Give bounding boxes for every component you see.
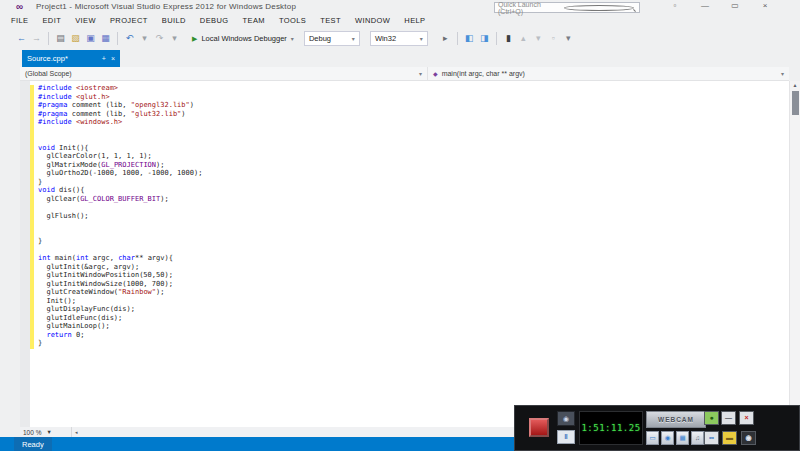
redo-caret-icon[interactable]: ▾ <box>167 31 182 46</box>
chevron-down-icon: ▾ <box>419 70 422 77</box>
toolbar: ←→▤▧▣▦↶▾↷▾ ▶ Local Windows Debugger ▾ De… <box>0 27 800 50</box>
webcam-label: WEBCAM <box>658 416 694 423</box>
zoom-select[interactable]: 100 % ▾ <box>20 427 72 437</box>
pin-icon[interactable]: + <box>102 55 106 62</box>
scope-value: (Global Scope) <box>25 70 415 77</box>
code-line: glutDisplayFunc(dis); <box>38 305 202 314</box>
menu-build[interactable]: BUILD <box>155 16 193 25</box>
code-line: #include <glut.h> <box>38 93 202 102</box>
member-dropdown[interactable]: ◆ main(int argc, char ** argv) ▾ <box>428 67 789 80</box>
separator <box>117 32 118 45</box>
scroll-left-icon[interactable]: ◂ <box>72 429 81 435</box>
chevron-down-icon: ▾ <box>420 35 423 42</box>
quick-launch-input[interactable]: Quick Launch (Ctrl+Q) <box>494 2 640 13</box>
toolbar-right-icons: ▸◧◨▮▴▾▫▾ <box>438 31 576 46</box>
menu-bar: FILEEDITVIEWPROJECTBUILDDEBUGTEAMTOOLSTE… <box>4 13 433 27</box>
code-line: glutCreateWindow("Rainbow"); <box>38 288 202 297</box>
tab-title: Source.cpp* <box>27 54 97 63</box>
folder-button[interactable]: ▬ <box>722 431 737 445</box>
code-line: glutMainLoop(); <box>38 322 202 331</box>
scroll-up-icon[interactable]: ▲ <box>790 82 800 88</box>
code-line <box>38 229 202 238</box>
minimize-recorder-button[interactable]: — <box>721 411 736 425</box>
uncomment-icon[interactable]: ◨ <box>477 31 492 46</box>
code-line <box>38 127 202 136</box>
comment-icon[interactable]: ◧ <box>462 31 477 46</box>
code-line: glutIdleFunc(dis); <box>38 314 202 323</box>
separator <box>496 32 497 45</box>
start-debug-button[interactable]: ▶ Local Windows Debugger ▾ <box>188 33 298 44</box>
menu-file[interactable]: FILE <box>4 16 35 25</box>
chevron-down-icon: ▾ <box>352 35 355 42</box>
overflow-caret-icon[interactable]: ▾ <box>561 31 576 46</box>
capture-mode-buttons: ▭◉▦♫ <box>646 431 704 445</box>
vertical-scrollbar[interactable]: ▲ ▼ <box>789 81 800 427</box>
menu-debug[interactable]: DEBUG <box>193 16 236 25</box>
menu-tools[interactable]: TOOLS <box>272 16 313 25</box>
menu-window[interactable]: WINDOW <box>348 16 397 25</box>
stop-record-button[interactable] <box>529 418 549 437</box>
menu-team[interactable]: TEAM <box>236 16 272 25</box>
webcam-capture-icon[interactable]: ◉ <box>661 431 674 445</box>
record-button[interactable]: ● <box>704 411 719 425</box>
snapshot-button[interactable]: ◉ <box>741 431 756 445</box>
attach-icon[interactable]: ▸ <box>438 31 453 46</box>
prev-bookmark-icon[interactable]: ▴ <box>516 31 531 46</box>
code-line: } <box>38 237 202 246</box>
code-lines: #include <iostream>#include <glut.h>#pra… <box>38 84 202 348</box>
forward-icon[interactable]: → <box>29 31 44 46</box>
redo-icon[interactable]: ↷ <box>152 31 167 46</box>
code-line <box>38 203 202 212</box>
vertical-scroll-thumb[interactable] <box>792 91 799 115</box>
back-icon[interactable]: ← <box>14 31 29 46</box>
tab-source-cpp[interactable]: Source.cpp* + × <box>22 50 120 67</box>
code-line: void dis(){ <box>38 186 202 195</box>
status-ready-segment: Ready <box>14 437 52 451</box>
play-icon: ▶ <box>192 35 197 43</box>
link-button[interactable]: ∞ <box>704 431 719 445</box>
menu-test[interactable]: TEST <box>313 16 348 25</box>
configuration-select[interactable]: Debug ▾ <box>304 31 360 46</box>
close-button[interactable]: × <box>758 1 772 10</box>
search-icon <box>564 5 635 11</box>
quick-launch-placeholder: Quick Launch (Ctrl+Q) <box>495 1 564 15</box>
separator <box>457 32 458 45</box>
change-tracking-bar <box>30 85 34 349</box>
timer-value: 1:51:11.25 <box>581 423 640 433</box>
open-file-icon[interactable]: ▧ <box>68 31 83 46</box>
platform-select[interactable]: Win32 ▾ <box>370 31 428 46</box>
editor-navigation-bar: (Global Scope) ▾ ◆ main(int argc, char *… <box>20 67 789 81</box>
save-all-icon[interactable]: ▦ <box>98 31 113 46</box>
bookmark-icon[interactable]: ▮ <box>501 31 516 46</box>
chevron-down-icon: ▾ <box>48 428 69 436</box>
code-line <box>38 220 202 229</box>
camera-icon[interactable]: ◉ <box>557 411 575 426</box>
code-line: #include <iostream> <box>38 84 202 93</box>
close-recorder-button[interactable]: × <box>739 411 754 425</box>
pause-icon[interactable]: ‖ <box>557 430 575 444</box>
code-line: gluOrtho2D(-1000, 1000, -1000, 1000); <box>38 169 202 178</box>
new-file-icon[interactable]: ▤ <box>53 31 68 46</box>
audio-capture-icon[interactable]: ♫ <box>691 431 704 445</box>
undo-caret-icon[interactable]: ▾ <box>137 31 152 46</box>
menu-edit[interactable]: EDIT <box>35 16 68 25</box>
save-icon[interactable]: ▣ <box>83 31 98 46</box>
menu-view[interactable]: VIEW <box>68 16 103 25</box>
close-tab-icon[interactable]: × <box>111 55 115 62</box>
clear-bookmarks-icon[interactable]: ▫ <box>546 31 561 46</box>
next-bookmark-icon[interactable]: ▾ <box>531 31 546 46</box>
minimize-button[interactable]: — <box>698 1 712 10</box>
window-capture-icon[interactable]: ▦ <box>676 431 689 445</box>
restore-button[interactable]: ▭ <box>728 1 742 10</box>
breakpoint-margin[interactable] <box>20 81 30 427</box>
code-editor[interactable]: #include <iostream>#include <glut.h>#pra… <box>20 81 789 427</box>
screen-capture-icon[interactable]: ▭ <box>646 431 659 445</box>
scope-dropdown[interactable]: (Global Scope) ▾ <box>20 67 428 80</box>
window-title: Project1 - Microsoft Visual Studio Expre… <box>36 2 296 11</box>
code-line: #pragma comment (lib, "glut32.lib") <box>38 110 202 119</box>
code-line <box>38 135 202 144</box>
feedback-icon[interactable]: ▫ <box>668 1 682 10</box>
menu-project[interactable]: PROJECT <box>103 16 155 25</box>
undo-icon[interactable]: ↶ <box>122 31 137 46</box>
menu-help[interactable]: HELP <box>397 16 432 25</box>
